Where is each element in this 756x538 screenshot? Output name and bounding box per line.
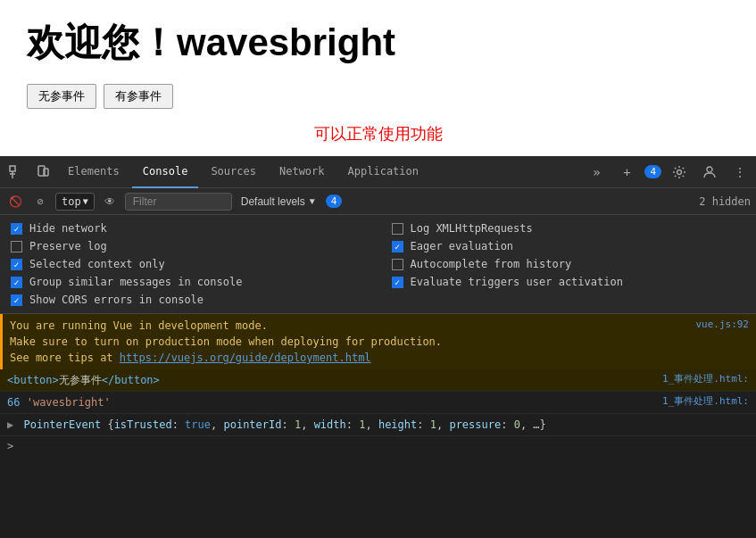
option-eager-eval[interactable]: Eager evaluation xyxy=(392,240,746,252)
option-autocomplete[interactable]: Autocomplete from history xyxy=(392,258,746,270)
devtools-panel: Elements Console Sources Network Applica… xyxy=(0,156,756,538)
label-preserve-log: Preserve log xyxy=(29,240,107,252)
profile-icon[interactable] xyxy=(697,160,722,185)
eye-icon[interactable]: 👁 xyxy=(100,192,120,211)
console-badge: 4 xyxy=(326,195,343,208)
vue-guide-link[interactable]: https://vuejs.org/guide/deployment.html xyxy=(120,352,371,364)
devtools-toolbar: 🚫 ⊘ top ▼ 👁 Default levels ▼ 4 2 hidden xyxy=(0,188,756,215)
cb-autocomplete[interactable] xyxy=(392,259,403,270)
with-param-button[interactable]: 有参事件 xyxy=(104,84,173,109)
context-label: top xyxy=(62,195,81,208)
more-options-icon[interactable]: ⋮ xyxy=(727,160,752,185)
filter-icon[interactable]: ⊘ xyxy=(30,192,50,211)
filter-input[interactable] xyxy=(125,193,232,211)
log-value: 'wavesbright' xyxy=(27,396,111,409)
cb-preserve-log[interactable] xyxy=(11,241,22,252)
error-badge: 4 xyxy=(644,165,661,178)
warn-line-2: Make sure to turn on production mode whe… xyxy=(10,334,749,350)
prompt-arrow: > xyxy=(7,440,13,452)
svg-rect-4 xyxy=(44,169,48,176)
cb-group-similar[interactable] xyxy=(11,277,22,288)
options-panel: Hide network Preserve log Selected conte… xyxy=(0,215,756,314)
add-tab-icon[interactable]: + xyxy=(614,160,639,185)
label-log-xmlhttp: Log XMLHttpRequests xyxy=(411,222,533,235)
page-content: 欢迎您！wavesbright 无参事件 有参事件 可以正常使用功能 xyxy=(0,0,756,156)
status-text: 可以正常使用功能 xyxy=(27,123,729,145)
levels-dropdown-icon: ▼ xyxy=(308,196,317,206)
file-ref-html1[interactable]: 1_事件处理.html: xyxy=(662,372,749,387)
options-col-2: Log XMLHttpRequests Eager evaluation Aut… xyxy=(392,222,746,306)
svg-point-6 xyxy=(707,167,712,172)
btn-group: 无参事件 有参事件 xyxy=(27,84,729,109)
tab-more-area: » + 4 ⋮ xyxy=(584,160,752,185)
clear-console-icon[interactable]: 🚫 xyxy=(5,192,25,211)
expand-arrow[interactable]: ▶ xyxy=(7,418,13,431)
cb-hide-network[interactable] xyxy=(11,223,22,235)
label-evaluate-triggers: Evaluate triggers user activation xyxy=(411,276,623,288)
tab-network[interactable]: Network xyxy=(269,156,336,188)
more-tabs-icon[interactable]: » xyxy=(584,160,609,185)
pointer-event-value: {isTrusted: true, pointerId: 1, width: 1… xyxy=(107,418,545,431)
device-icon[interactable] xyxy=(30,160,55,185)
hidden-count: 2 hidden xyxy=(699,195,751,208)
button-text: 无参事件 xyxy=(59,374,102,386)
file-ref-vue[interactable]: vue.js:92 xyxy=(695,318,749,333)
cb-selected-context[interactable] xyxy=(11,259,22,270)
pointer-event-key: PointerEvent xyxy=(23,418,107,431)
warn-line-1: You are running Vue in development mode. xyxy=(10,318,749,334)
close-tag: </button> xyxy=(102,374,160,386)
open-tag: <button> xyxy=(7,374,59,386)
page-title: 欢迎您！wavesbright xyxy=(27,18,729,68)
levels-button[interactable]: Default levels ▼ xyxy=(237,194,320,210)
label-cors-errors: Show CORS errors in console xyxy=(29,294,204,306)
option-log-xmlhttp[interactable]: Log XMLHttpRequests xyxy=(392,222,746,235)
options-col-1: Hide network Preserve log Selected conte… xyxy=(11,222,365,306)
context-dropdown-icon: ▼ xyxy=(83,196,88,206)
tab-console[interactable]: Console xyxy=(132,156,199,188)
option-group-similar[interactable]: Group similar messages in console xyxy=(11,276,365,288)
option-cors-errors[interactable]: Show CORS errors in console xyxy=(11,294,365,306)
cb-log-xmlhttp[interactable] xyxy=(392,223,403,235)
file-ref-html2[interactable]: 1_事件处理.html: xyxy=(662,394,749,410)
tab-application[interactable]: Application xyxy=(337,156,429,188)
label-hide-network: Hide network xyxy=(29,222,107,235)
console-html-tag: 1_事件处理.html: <button>无参事件</button> xyxy=(0,369,756,392)
levels-label: Default levels xyxy=(241,195,305,208)
inspect-icon[interactable] xyxy=(4,160,29,185)
settings-icon[interactable] xyxy=(667,160,692,185)
console-log-str: 1_事件处理.html: 66 'wavesbright' xyxy=(0,392,756,414)
label-eager-eval: Eager evaluation xyxy=(411,240,514,252)
context-selector[interactable]: top ▼ xyxy=(55,193,95,211)
console-warn-vue: vue.js:92 You are running Vue in develop… xyxy=(0,314,756,369)
tab-sources[interactable]: Sources xyxy=(200,156,267,188)
console-pointer-event: ▶ PointerEvent {isTrusted: true, pointer… xyxy=(0,414,756,436)
option-selected-context[interactable]: Selected context only xyxy=(11,258,365,270)
option-hide-network[interactable]: Hide network xyxy=(11,222,365,235)
devtools-tab-bar: Elements Console Sources Network Applica… xyxy=(0,156,756,188)
label-autocomplete: Autocomplete from history xyxy=(411,258,572,270)
no-param-button[interactable]: 无参事件 xyxy=(27,84,96,109)
option-preserve-log[interactable]: Preserve log xyxy=(11,240,365,252)
log-number: 66 xyxy=(7,396,27,409)
warn-line-3: See more tips at https://vuejs.org/guide… xyxy=(10,350,749,366)
console-output[interactable]: vue.js:92 You are running Vue in develop… xyxy=(0,314,756,538)
console-prompt[interactable]: > xyxy=(0,436,756,456)
cb-evaluate-triggers[interactable] xyxy=(392,277,403,288)
svg-rect-0 xyxy=(10,166,15,171)
label-group-similar: Group similar messages in console xyxy=(29,276,242,288)
tab-elements[interactable]: Elements xyxy=(57,156,130,188)
option-evaluate-triggers[interactable]: Evaluate triggers user activation xyxy=(392,276,746,288)
cb-cors-errors[interactable] xyxy=(11,294,22,306)
cb-eager-eval[interactable] xyxy=(392,241,403,252)
svg-point-5 xyxy=(677,170,682,174)
label-selected-context: Selected context only xyxy=(29,258,165,270)
